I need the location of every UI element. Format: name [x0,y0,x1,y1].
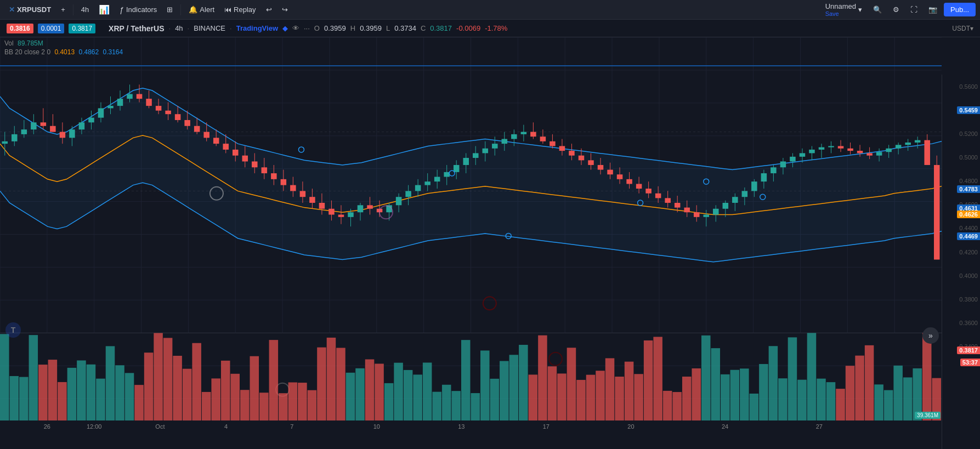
replay-button[interactable]: ⏮ Replay [220,3,260,16]
change-val: -0.0069 [456,24,480,32]
tv-icon: ◆ [282,24,288,32]
scroll-right-button[interactable]: » [922,327,939,344]
replay-label: Replay [234,5,256,14]
alert-icon: 🔔 [189,5,197,14]
vol-badge-area: 39.361M [915,410,941,419]
layouts-icon: ⊞ [167,5,173,14]
indicators-button[interactable]: ƒ Indicators [115,3,161,16]
plus-icon: + [61,5,65,14]
h-val: 0.3959 [360,24,382,32]
tv-watermark: T [4,321,22,341]
screenshot-button[interactable]: 📷 [924,3,942,16]
symbol-button[interactable]: ✕ XRPUSDT [4,3,55,16]
undo-icon: ↩ [266,5,272,14]
l-val: 0.3734 [394,24,416,32]
l-label: L [386,24,390,32]
eye-icon: 👁 [292,24,299,32]
layouts-button[interactable]: ⊞ [162,3,177,16]
redo-button[interactable]: ↪ [277,3,292,16]
indicators-label: Indicators [126,5,157,14]
bb-indicator-label: BB 20 close 2 0 0.4013 0.4862 0.3164 [4,48,123,56]
divider2 [180,4,181,15]
chart-type-button[interactable]: 📊 [94,2,114,17]
chevron-right-icon: » [928,331,933,340]
chart-container: Vol 89.785M BB 20 close 2 0 0.4013 0.486… [0,37,980,431]
replay-icon: ⏮ [224,5,231,14]
bb-lower-val: 0.3164 [103,48,123,56]
o-val: 0.3959 [324,24,346,32]
timeframe-label: 4h [81,5,89,14]
c-val: 0.3817 [430,24,452,32]
fullscreen-icon: ⛶ [910,5,917,14]
bb-mid-val: 0.4013 [54,48,75,56]
chart-name-save: Unnamed Save [825,2,856,17]
chart-type-icon: 📊 [99,4,110,15]
timeframe-button[interactable]: 4h [77,3,93,16]
toolbar-right: Unnamed Save ▾ 🔍 ⚙ ⛶ 📷 Pub... [821,0,976,19]
tradingview-label: TradingView [236,24,278,32]
fullscreen-button[interactable]: ⛶ [906,3,922,16]
settings-icon: ⚙ [893,5,899,14]
price-badge-open: 0.3816 [7,24,33,33]
pair-label: XRP / TetherUS [109,24,164,33]
chevron-down-icon: ▾ [858,5,862,14]
chart-name-label: Unnamed [825,2,856,10]
usdt-label: USDT▾ [952,25,973,32]
unnamed-save[interactable]: Unnamed Save ▾ [821,0,866,19]
price-badge-tick: 0.0001 [38,24,65,33]
volume-badge: 39.361M [915,412,941,419]
vol-indicator-label: Vol 89.785M [4,39,123,47]
alert-label: Alert [200,5,214,14]
xrp-icon: ✕ [9,5,15,14]
main-toolbar: ✕ XRPUSDT + 4h 📊 ƒ Indicators ⊞ 🔔 Alert … [0,0,980,20]
vol-value: 89.785M [18,39,43,47]
search-icon: 🔍 [873,5,882,14]
divider1 [73,4,73,15]
o-label: O [314,24,320,32]
indicator-overlay: Vol 89.785M BB 20 close 2 0 0.4013 0.486… [4,39,123,56]
exchange-label: BINANCE [194,24,225,32]
main-chart[interactable] [0,37,942,431]
save-label: Save [825,10,839,17]
change-pct: -1.78% [485,24,507,32]
price-badge-last: 0.3817 [69,24,95,33]
indicators-icon: ƒ [120,5,124,14]
publish-button[interactable]: Pub... [944,3,976,16]
more-icon: ··· [304,24,310,32]
search-button[interactable]: 🔍 [869,3,886,16]
alert-button[interactable]: 🔔 Alert [184,3,219,16]
c-label: C [421,24,426,32]
svg-text:T: T [11,326,16,334]
bb-upper-val: 0.4862 [78,48,99,56]
redo-icon: ↪ [282,5,288,14]
price-axis: 0.56000.54000.52000.50000.48000.46000.44… [942,75,980,449]
add-symbol-button[interactable]: + [56,3,70,16]
h-label: H [350,24,355,32]
symbol-bar: 0.3816 0.0001 0.3817 XRP / TetherUS · 4h… [0,20,980,37]
settings-button[interactable]: ⚙ [888,3,904,16]
timeframe-display: 4h [175,24,183,32]
screenshot-icon: 📷 [928,5,937,14]
undo-button[interactable]: ↩ [262,3,276,16]
symbol-label: XRPUSDT [17,5,51,14]
